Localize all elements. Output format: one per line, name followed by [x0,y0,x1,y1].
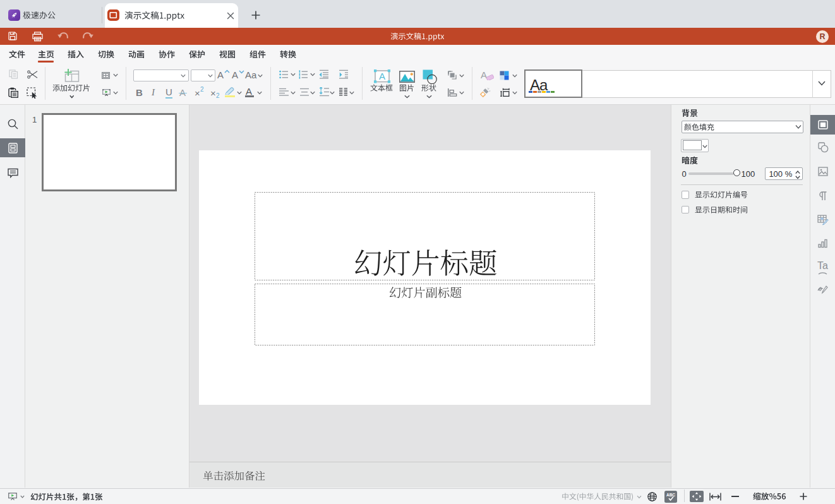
svg-text:A: A [378,71,385,81]
svg-text:ABC: ABC [666,493,675,497]
